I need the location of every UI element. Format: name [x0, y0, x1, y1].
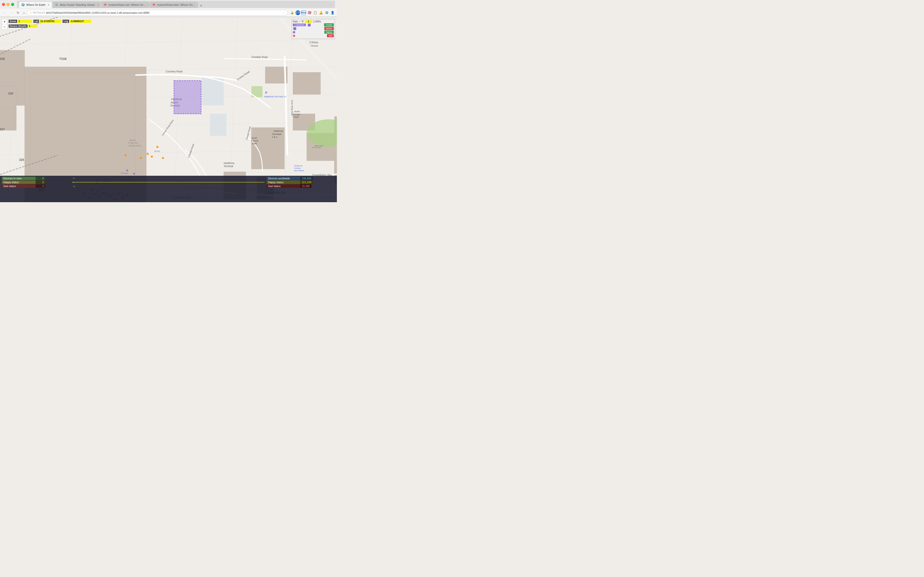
- address-bar-row: ← → ↻ ⌂ ⚠ Not Secure a91076d00ad1f4342be…: [0, 9, 337, 17]
- reload-button[interactable]: ↻: [15, 10, 21, 15]
- home-button[interactable]: ⌂: [22, 10, 26, 15]
- sad-button[interactable]: sad: [327, 34, 334, 37]
- happy-button[interactable]: happy: [325, 31, 334, 34]
- tab-favicon-2: ⚙️: [55, 3, 58, 6]
- tab-close-2[interactable]: ✕: [97, 3, 99, 6]
- tab-close-1[interactable]: ✕: [48, 3, 50, 6]
- extension-icon-1[interactable]: 🔒: [290, 10, 294, 15]
- rate-input[interactable]: [305, 20, 312, 23]
- svg-text:Central: Central: [294, 167, 300, 169]
- tab-woe-twin[interactable]: 🐙 mckeeh3/woe-twin: Where On... ✕: [150, 2, 198, 8]
- svg-text:Heathrow: Heathrow: [274, 130, 283, 132]
- happy-worldwide-value: 221,249: [300, 181, 313, 184]
- rate-label: Rate: [293, 20, 298, 23]
- svg-text:South: South: [252, 137, 257, 139]
- map-container[interactable]: Courtney Road Cromer Road Cheddar Road C…: [0, 17, 337, 202]
- svg-text:Shaft: Shaft: [293, 116, 299, 118]
- extension-icon-3[interactable]: 🎯: [307, 10, 312, 15]
- svg-text:Heathrow: Heathrow: [294, 165, 303, 167]
- svg-text:Bus Station: Bus Station: [294, 169, 304, 172]
- svg-rect-135: [133, 173, 135, 174]
- tab-close-3[interactable]: ✕: [148, 3, 149, 6]
- browser-chrome: 🌍 Where On Earth ✕ ⚙️ Akka Cluster Shard…: [0, 0, 337, 17]
- tab-title-1: Where On Earth: [26, 3, 45, 6]
- tab-title-2: Akka Cluster Sharding Viewer: [60, 3, 95, 6]
- rate-per: 1,000/s: [313, 20, 321, 23]
- extension-icon-5[interactable]: 🔔: [318, 10, 323, 15]
- tab-favicon-4: 🐙: [152, 3, 155, 6]
- tab-akka[interactable]: ⚙️ Akka Cluster Sharding Viewer ✕: [52, 2, 100, 8]
- tab-bar: 🌍 Where On Earth ✕ ⚙️ Akka Cluster Shard…: [17, 1, 335, 8]
- svg-text:North: North: [294, 110, 300, 113]
- maximize-button[interactable]: [11, 3, 14, 6]
- happy-in-view-item: Happy status 0: [2, 181, 70, 184]
- devices-in-view-item: Devices in view 0: [2, 177, 70, 180]
- new-tab-button[interactable]: +: [198, 3, 204, 8]
- tab-where-on-earth[interactable]: 🌍 Where On Earth ✕: [19, 2, 52, 8]
- extension-icon-new[interactable]: New: [301, 10, 306, 15]
- tab-favicon-3: 🐙: [103, 3, 107, 6]
- svg-text:T31B: T31B: [59, 57, 67, 61]
- status-right-top: Devices worldwide 236,609 Happy status 2…: [265, 176, 337, 189]
- svg-text:Heathrow: Heathrow: [224, 162, 234, 164]
- bookmark-icon[interactable]: ☆: [283, 11, 285, 15]
- address-field[interactable]: ⚠ Not Secure a91076d00ad1f4342befdaf380d…: [27, 10, 288, 16]
- title-bar: 🌍 Where On Earth ✕ ⚙️ Akka Cluster Shard…: [0, 0, 337, 9]
- tab-woe-sim[interactable]: 🐙 mckeeh3/woe-sim: Where On... ✕: [101, 2, 149, 8]
- window-controls: [2, 3, 14, 6]
- delete-button[interactable]: delete: [325, 27, 334, 30]
- svg-text:10: 10: [73, 177, 74, 179]
- sad-in-view-label: Sad status: [2, 184, 36, 188]
- svg-point-130: [151, 156, 153, 158]
- close-button[interactable]: [2, 3, 5, 6]
- happy-in-view-label: Happy status: [2, 181, 36, 184]
- extension-icon-6[interactable]: ⚙️: [325, 10, 329, 15]
- svg-text:329: 329: [8, 92, 13, 95]
- extension-icon-7[interactable]: 👤: [330, 10, 335, 15]
- tab-title-3: mckeeh3/woe-sim: Where On...: [108, 3, 145, 6]
- svg-text:2 & 3: 2 & 3: [272, 136, 277, 138]
- chart-area: 10 0 -10: [72, 176, 265, 189]
- svg-text:Cheddar Road: Cheddar Road: [252, 56, 268, 58]
- svg-rect-16: [0, 108, 16, 130]
- svg-text:Boots: Boots: [154, 150, 160, 152]
- devices-worldwide-value: 236,609: [300, 177, 313, 180]
- rate-panel: Rate + 'R' 1,000/s 1 devices create dele…: [292, 19, 335, 39]
- svg-rect-21: [293, 73, 320, 95]
- rate-r-label: +: [299, 20, 300, 23]
- svg-text:Heathrow Car Park 1A: Heathrow Car Park 1A: [264, 95, 287, 98]
- sad-in-view-item: Sad status 0: [2, 184, 70, 188]
- svg-point-127: [124, 154, 126, 156]
- sad-in-view-value: 0: [36, 184, 45, 188]
- map-info-panel: Zoom 1 Lat 51.47230761 Lng -0.45685137 D…: [9, 19, 91, 28]
- svg-point-132: [162, 157, 164, 159]
- forward-button[interactable]: →: [9, 10, 15, 15]
- svg-text:Terminal: Terminal: [224, 165, 233, 168]
- security-icon: ⚠: [30, 11, 32, 14]
- map-svg: Courtney Road Cromer Road Cheddar Road C…: [0, 17, 337, 202]
- svg-rect-20: [265, 67, 287, 84]
- sad-dot: [293, 35, 295, 37]
- lat-label: Lat: [34, 20, 39, 23]
- svg-rect-133: [126, 169, 128, 171]
- extension-icon-2[interactable]: 375: [296, 10, 300, 15]
- back-button[interactable]: ←: [2, 10, 8, 15]
- tab-title-4: mckeeh3/woe-twin: Where On...: [157, 3, 195, 6]
- happy-in-view-value: 0: [36, 181, 45, 184]
- zoom-in-button[interactable]: +: [2, 19, 7, 24]
- sad-worldwide-value: 15,360: [300, 184, 311, 188]
- address-text[interactable]: a91076d00ad1f4342befdaf380dc6850-1105511…: [46, 11, 282, 14]
- svg-text:SIM Local: SIM Local: [315, 145, 323, 147]
- tab-close-4[interactable]: ✕: [197, 3, 198, 6]
- status-left: Devices in view 0 Happy status 0 Sad sta…: [0, 176, 72, 189]
- create-button[interactable]: create: [324, 23, 334, 26]
- extension-icon-4[interactable]: 📋: [313, 10, 318, 15]
- svg-text:0: 0: [73, 181, 74, 184]
- minimize-button[interactable]: [6, 3, 10, 6]
- zoom-label: Zoom: [9, 20, 17, 23]
- svg-text:-10: -10: [73, 185, 75, 187]
- svg-text:House: House: [311, 45, 318, 47]
- svg-text:& Spencer: & Spencer: [128, 142, 138, 144]
- zoom-out-button[interactable]: −: [2, 24, 7, 29]
- status-bar: Devices in view 0 Happy status 0 Sad sta…: [0, 176, 337, 202]
